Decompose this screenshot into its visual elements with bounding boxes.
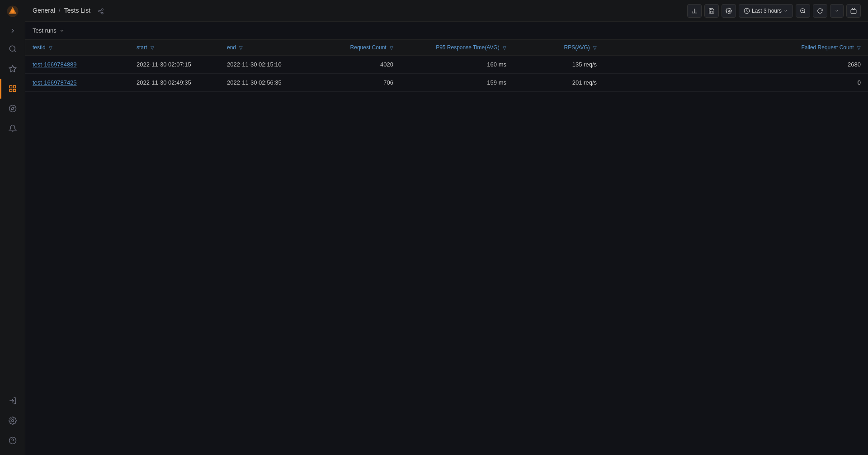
- sidebar-item-search[interactable]: [0, 39, 25, 59]
- topbar-actions: Last 3 hours: [687, 4, 861, 18]
- svg-point-8: [9, 105, 16, 112]
- col-header-request-count[interactable]: Request Count ▽: [310, 40, 401, 56]
- p95-cell: 160 ms: [401, 56, 514, 74]
- topbar-breadcrumb: General / Tests List: [33, 7, 104, 14]
- content-area: Test runs testid ▽ start ▽: [25, 22, 868, 455]
- sidebar-item-alerting[interactable]: [0, 118, 25, 138]
- tests-table: testid ▽ start ▽ end ▽ Request Count: [25, 40, 868, 92]
- main-content: General / Tests List: [25, 0, 868, 455]
- test-runs-label: Test runs: [33, 27, 57, 34]
- sidebar: [0, 0, 25, 455]
- tv-icon: [850, 8, 857, 14]
- filter-icon-testid[interactable]: ▽: [49, 45, 52, 50]
- chevron-down-icon: [835, 9, 839, 13]
- rps-cell: 135 req/s: [514, 56, 604, 74]
- col-rps-label: RPS(AVG): [564, 44, 590, 51]
- breadcrumb-general[interactable]: General: [33, 7, 55, 14]
- table-row: test-16697848892022-11-30 02:07:152022-1…: [25, 56, 868, 74]
- sidebar-bottom: [0, 391, 25, 455]
- col-testid-label: testid: [33, 44, 46, 51]
- svg-marker-3: [9, 66, 16, 72]
- refresh-button[interactable]: [813, 4, 827, 18]
- app-logo[interactable]: [0, 0, 25, 23]
- sidebar-nav: [0, 39, 25, 391]
- save-icon: [708, 8, 715, 14]
- end-cell: 2022-11-30 02:15:10: [220, 56, 310, 74]
- svg-rect-7: [13, 90, 15, 92]
- svg-rect-5: [13, 85, 15, 88]
- sidebar-item-starred[interactable]: [0, 59, 25, 79]
- col-header-failed[interactable]: Failed Request Count ▽: [604, 40, 868, 56]
- svg-line-26: [804, 12, 806, 13]
- svg-point-11: [11, 420, 14, 422]
- testid-cell[interactable]: test-1669784889: [25, 56, 129, 74]
- refresh-dropdown-button[interactable]: [830, 4, 844, 18]
- failed-cell: 2680: [604, 56, 868, 74]
- rps-cell: 201 req/s: [514, 74, 604, 92]
- svg-point-14: [102, 9, 104, 10]
- col-header-start[interactable]: start ▽: [129, 40, 220, 56]
- filter-icon-request-count[interactable]: ▽: [390, 45, 393, 50]
- svg-marker-9: [11, 107, 14, 110]
- svg-point-23: [728, 10, 730, 12]
- sidebar-item-explore[interactable]: [0, 99, 25, 118]
- col-p95-label: P95 Response Time(AVG): [436, 44, 500, 51]
- tv-mode-button[interactable]: [846, 4, 861, 18]
- table-body: test-16697848892022-11-30 02:07:152022-1…: [25, 56, 868, 92]
- failed-cell: 0: [604, 74, 868, 92]
- test-runs-header[interactable]: Test runs: [25, 22, 868, 40]
- filter-icon-end[interactable]: ▽: [239, 45, 243, 50]
- svg-rect-28: [851, 9, 856, 14]
- refresh-icon: [817, 8, 823, 14]
- col-failed-label: Failed Request Count: [802, 44, 854, 51]
- share-icon[interactable]: [98, 7, 104, 14]
- sidebar-toggle[interactable]: [0, 23, 25, 39]
- svg-line-18: [100, 9, 102, 10]
- sidebar-item-dashboards[interactable]: [0, 79, 25, 99]
- p95-cell: 159 ms: [401, 74, 514, 92]
- table-section: Test runs testid ▽ start ▽: [25, 22, 868, 92]
- zoom-out-icon: [800, 8, 806, 14]
- time-range-button[interactable]: Last 3 hours: [739, 4, 793, 18]
- sidebar-item-settings[interactable]: [0, 411, 25, 431]
- col-start-label: start: [137, 44, 147, 51]
- chevron-down-icon: [783, 9, 788, 13]
- table-row: test-16697874252022-11-30 02:49:352022-1…: [25, 74, 868, 92]
- svg-line-17: [100, 12, 102, 13]
- filter-icon-rps[interactable]: ▽: [593, 45, 597, 50]
- settings-button[interactable]: [722, 4, 736, 18]
- testid-cell[interactable]: test-1669787425: [25, 74, 129, 92]
- chevron-down-icon: [59, 28, 65, 33]
- start-cell: 2022-11-30 02:49:35: [129, 74, 220, 92]
- svg-rect-4: [9, 85, 12, 88]
- breadcrumb-separator: /: [59, 7, 61, 14]
- col-header-end[interactable]: end ▽: [220, 40, 310, 56]
- topbar: General / Tests List: [25, 0, 868, 22]
- svg-point-2: [9, 46, 15, 51]
- col-header-testid[interactable]: testid ▽: [25, 40, 129, 56]
- svg-point-16: [102, 12, 104, 14]
- col-header-p95[interactable]: P95 Response Time(AVG) ▽: [401, 40, 514, 56]
- bar-chart-button[interactable]: [687, 4, 702, 18]
- filter-icon-p95[interactable]: ▽: [503, 45, 506, 50]
- save-button[interactable]: [704, 4, 719, 18]
- col-request-count-label: Request Count: [350, 44, 387, 51]
- svg-point-1: [11, 10, 14, 13]
- gear-icon: [726, 8, 732, 14]
- bar-chart-icon: [691, 8, 698, 14]
- col-end-label: end: [227, 44, 236, 51]
- time-range-label: Last 3 hours: [752, 8, 782, 14]
- sidebar-item-help[interactable]: [0, 431, 25, 450]
- svg-point-15: [99, 10, 100, 12]
- clock-icon: [744, 8, 750, 14]
- col-header-rps[interactable]: RPS(AVG) ▽: [514, 40, 604, 56]
- end-cell: 2022-11-30 02:56:35: [220, 74, 310, 92]
- filter-icon-start[interactable]: ▽: [151, 45, 154, 50]
- request-count-cell: 4020: [310, 56, 401, 74]
- zoom-out-button[interactable]: [796, 4, 810, 18]
- sidebar-item-signin[interactable]: [0, 391, 25, 411]
- filter-icon-failed[interactable]: ▽: [857, 45, 861, 50]
- table-header-row: testid ▽ start ▽ end ▽ Request Count: [25, 40, 868, 56]
- start-cell: 2022-11-30 02:07:15: [129, 56, 220, 74]
- request-count-cell: 706: [310, 74, 401, 92]
